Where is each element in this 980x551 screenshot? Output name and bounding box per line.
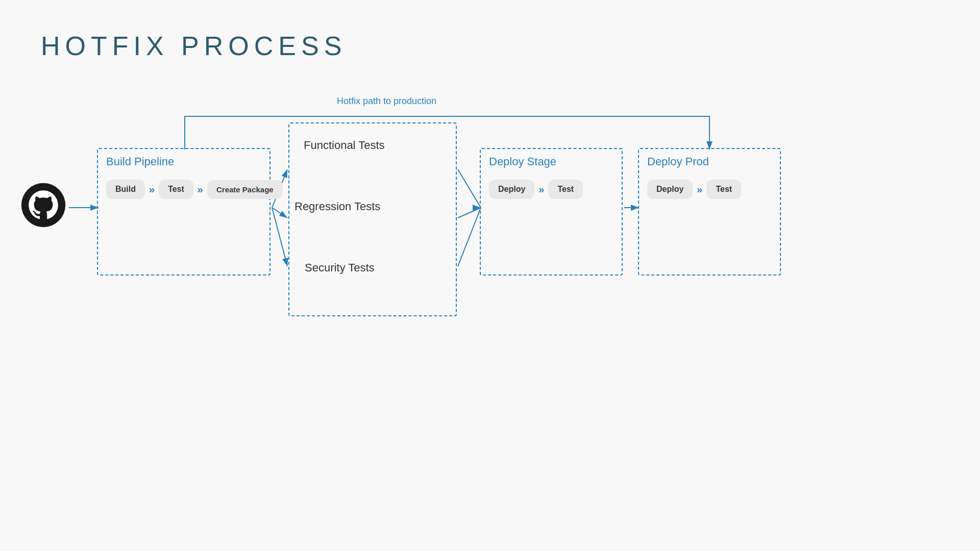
svg-line-6 <box>458 169 481 208</box>
test-groups-box: Functional Tests Regression Tests Securi… <box>288 122 457 316</box>
security-tests-label: Security Tests <box>305 261 375 274</box>
diagram: Hotfix path to production <box>0 82 980 439</box>
functional-tests-label: Functional Tests <box>304 139 385 152</box>
svg-point-11 <box>21 183 65 227</box>
hotfix-path-label: Hotfix path to production <box>337 96 436 107</box>
deploy-prod-deploy: Deploy <box>647 180 693 199</box>
test-step: Test <box>159 180 193 199</box>
deploy-stage-steps: Deploy » Test <box>489 180 583 199</box>
chevron-icon-1: » <box>149 184 155 195</box>
deploy-prod-label: Deploy Prod <box>647 155 709 168</box>
page-title: HOTFIX PROCESS <box>41 31 347 61</box>
github-icon <box>20 182 66 228</box>
chevron-deploy-prod: » <box>697 184 702 195</box>
chevron-deploy-stage: » <box>538 184 544 195</box>
deploy-prod-box: Deploy Prod Deploy » Test <box>638 148 781 276</box>
deploy-stage-label: Deploy Stage <box>489 155 556 168</box>
build-step: Build <box>106 180 145 199</box>
svg-line-4 <box>272 208 287 218</box>
regression-tests-label: Regression Tests <box>295 200 380 213</box>
build-pipeline-label: Build Pipeline <box>106 155 174 168</box>
build-pipeline-box: Build Pipeline Build » Test » Create Pac… <box>97 148 271 276</box>
deploy-prod-test: Test <box>706 180 741 199</box>
pipeline-steps: Build » Test » Create Package <box>106 180 283 199</box>
chevron-icon-2: » <box>198 184 203 195</box>
deploy-stage-box: Deploy Stage Deploy » Test <box>480 148 623 276</box>
svg-line-5 <box>272 208 287 266</box>
deploy-stage-test: Test <box>548 180 583 199</box>
deploy-prod-steps: Deploy » Test <box>647 180 741 199</box>
deploy-stage-deploy: Deploy <box>489 180 534 199</box>
svg-line-8 <box>458 208 481 266</box>
create-package-step: Create Package <box>207 180 283 199</box>
svg-line-7 <box>458 208 481 218</box>
